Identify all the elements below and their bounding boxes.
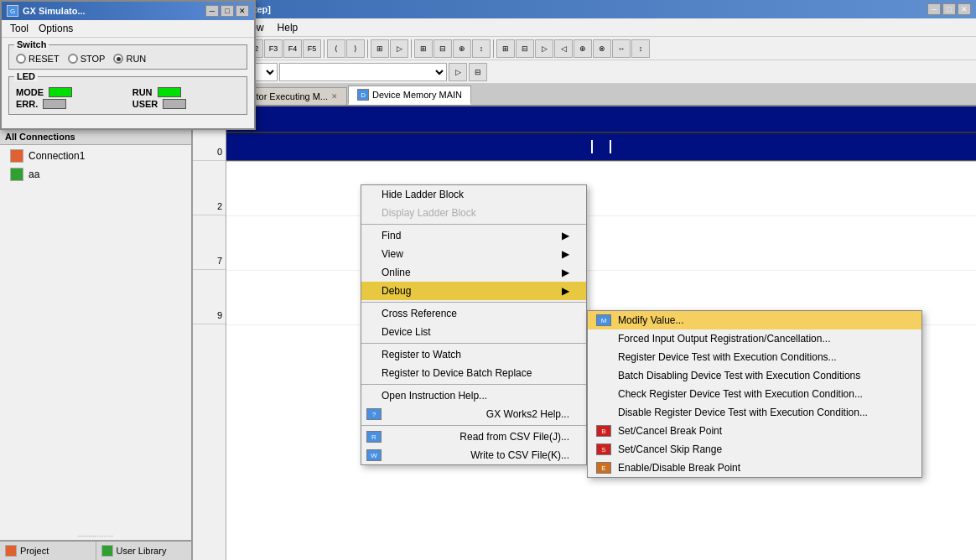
tb-more1[interactable]: ⟨ xyxy=(327,39,345,58)
sim-menu-options[interactable]: Options xyxy=(34,22,78,35)
sidebar-bottom-tabs: Project User Library xyxy=(0,540,191,560)
reset-radio[interactable]: RESET xyxy=(16,54,60,64)
sidebar-spacer xyxy=(0,185,191,528)
all-conn1-item[interactable]: Connection1 xyxy=(0,147,191,165)
tab-device-label: Device Memory MAIN xyxy=(372,90,462,100)
ctx-find[interactable]: Find ▶ xyxy=(361,226,586,245)
menu-help[interactable]: Help xyxy=(271,20,305,35)
ctx-online[interactable]: Online ▶ xyxy=(361,263,586,282)
sub-set-skip-label: Set/Cancel Skip Range xyxy=(618,443,722,455)
tb-right5[interactable]: ⊕ xyxy=(574,39,592,58)
restore-button[interactable]: □ xyxy=(221,5,234,17)
sub-set-break[interactable]: B Set/Cancel Break Point xyxy=(588,422,921,440)
sub-set-skip[interactable]: S Set/Cancel Skip Range xyxy=(588,440,921,459)
sub-batch-disable[interactable]: Batch Disabling Device Test with Executi… xyxy=(588,366,921,385)
param-dropdown2[interactable] xyxy=(279,63,447,81)
stop-radio[interactable]: STOP xyxy=(68,54,106,64)
tb-right6[interactable]: ⊗ xyxy=(593,39,611,58)
tb-right7[interactable]: ↔ xyxy=(612,39,631,58)
tb-misc1[interactable]: ⊞ xyxy=(414,39,433,58)
led-run-label: RUN xyxy=(132,87,153,97)
ctx-open-help[interactable]: Open Instruction Help... xyxy=(361,386,586,405)
switch-group: Switch RESET STOP RUN xyxy=(8,44,247,70)
switch-row: RESET STOP RUN xyxy=(16,54,240,64)
tb-sep5 xyxy=(411,39,412,58)
led-grid: MODE RUN ERR. USER xyxy=(16,87,240,109)
main-close[interactable]: ✕ xyxy=(958,3,971,15)
sim-menubar: Tool Options xyxy=(2,20,254,38)
all-connections-header: All Connections xyxy=(0,128,191,145)
sim-icon: G xyxy=(7,5,18,17)
tb-more2[interactable]: ⟩ xyxy=(346,39,365,58)
all-aa-item[interactable]: aa xyxy=(0,165,191,184)
tb-misc2[interactable]: ⊟ xyxy=(433,39,452,58)
minimize-button[interactable]: ─ xyxy=(205,5,219,17)
ctx-find-label: Find xyxy=(382,230,401,241)
sub-enable-break[interactable]: E Enable/Disable Break Point xyxy=(588,459,921,477)
tb2-stop[interactable]: ⊟ xyxy=(469,63,487,81)
tb-right2[interactable]: ⊟ xyxy=(516,39,534,58)
tb-misc3[interactable]: ⊕ xyxy=(453,39,471,58)
tb-right4[interactable]: ◁ xyxy=(554,39,573,58)
project-tab[interactable]: Project xyxy=(0,542,96,560)
sidebar: Current Connection Connection1 All Conne… xyxy=(0,84,193,560)
tb-f3[interactable]: F3 xyxy=(264,39,283,58)
tb-misc4[interactable]: ↕ xyxy=(472,39,491,58)
contact-left-line xyxy=(591,140,593,153)
ctx-gx-help[interactable]: ? GX Works2 Help... xyxy=(361,405,586,423)
sub-register-device-label: Register Device Test with Execution Cond… xyxy=(618,351,837,363)
led-err-indicator xyxy=(43,99,66,109)
ctx-device-list[interactable]: Device List xyxy=(361,323,586,341)
tb-net[interactable]: ⊞ xyxy=(371,39,389,58)
ctx-register-batch-label: Register to Device Batch Replace xyxy=(382,367,532,379)
debug-submenu: M Modify Value... Forced Input Output Re… xyxy=(587,310,922,478)
main-restore[interactable]: □ xyxy=(942,3,956,15)
ctx-online-arrow: ▶ xyxy=(562,267,569,278)
ctx-write-csv[interactable]: W Write to CSV File(K)... xyxy=(361,446,586,464)
tab-bar: P [RG]Monitor Executing M... ✕ D Device … xyxy=(193,84,976,106)
tb-right1[interactable]: ⊞ xyxy=(496,39,515,58)
ctx-register-batch[interactable]: Register to Device Batch Replace xyxy=(361,364,586,382)
ctx-register-watch[interactable]: Register to Watch xyxy=(361,345,586,364)
close-button[interactable]: ✕ xyxy=(236,5,249,17)
tb-f5[interactable]: F5 xyxy=(303,39,321,58)
run-radio[interactable]: RUN xyxy=(113,54,146,64)
contact-lines xyxy=(591,140,611,153)
ctx-hide-ladder-label: Hide Ladder Block xyxy=(382,189,464,200)
ctx-view[interactable]: View ▶ xyxy=(361,245,586,263)
tb-right3[interactable]: ▷ xyxy=(535,39,553,58)
sim-titlebar: G GX Simulato... ─ □ ✕ xyxy=(2,2,254,20)
sub-disable-register-label: Disable Register Device Test with Execut… xyxy=(618,407,868,418)
all-aa-icon xyxy=(10,168,23,181)
main-controls: ─ □ ✕ xyxy=(927,3,971,15)
led-mode-label: MODE xyxy=(16,87,44,97)
main-minimize[interactable]: ─ xyxy=(927,3,941,15)
contact-right-line xyxy=(610,140,611,153)
tb-f4[interactable]: F4 xyxy=(283,39,302,58)
sub-set-break-icon: B xyxy=(596,425,611,437)
ctx-sep1 xyxy=(361,224,586,225)
ctx-online-label: Online xyxy=(382,267,411,278)
ctx-hide-ladder[interactable]: Hide Ladder Block xyxy=(361,185,586,204)
sub-check-register[interactable]: Check Register Device Test with Executio… xyxy=(588,385,921,403)
sub-set-break-label: Set/Cancel Break Point xyxy=(618,425,722,437)
tb-right8[interactable]: ↕ xyxy=(631,39,650,58)
sim-menu-tool[interactable]: Tool xyxy=(5,22,34,35)
sub-disable-register[interactable]: Disable Register Device Test with Execut… xyxy=(588,403,921,422)
tb2-go[interactable]: ▷ xyxy=(449,63,467,81)
sub-check-register-label: Check Register Device Test with Executio… xyxy=(618,388,863,400)
ctx-debug[interactable]: Debug ▶ xyxy=(361,282,586,300)
ctx-cross-ref[interactable]: Cross Reference xyxy=(361,304,586,323)
user-library-tab[interactable]: User Library xyxy=(96,542,192,560)
sub-register-device[interactable]: Register Device Test with Execution Cond… xyxy=(588,348,921,366)
stop-label: STOP xyxy=(80,54,106,64)
sim-controls: ─ □ ✕ xyxy=(205,5,249,17)
tab-device-memory[interactable]: D Device Memory MAIN xyxy=(348,86,471,105)
sub-enable-break-icon: E xyxy=(596,462,611,474)
tb-sim[interactable]: ▷ xyxy=(390,39,408,58)
all-conn1-label: Connection1 xyxy=(29,150,85,162)
tab-prg-close[interactable]: ✕ xyxy=(331,92,338,101)
sub-forced-io[interactable]: Forced Input Output Registration/Cancell… xyxy=(588,329,921,348)
sub-modify-value[interactable]: M Modify Value... xyxy=(588,311,921,329)
ctx-read-csv[interactable]: R Read from CSV File(J)... xyxy=(361,428,586,446)
